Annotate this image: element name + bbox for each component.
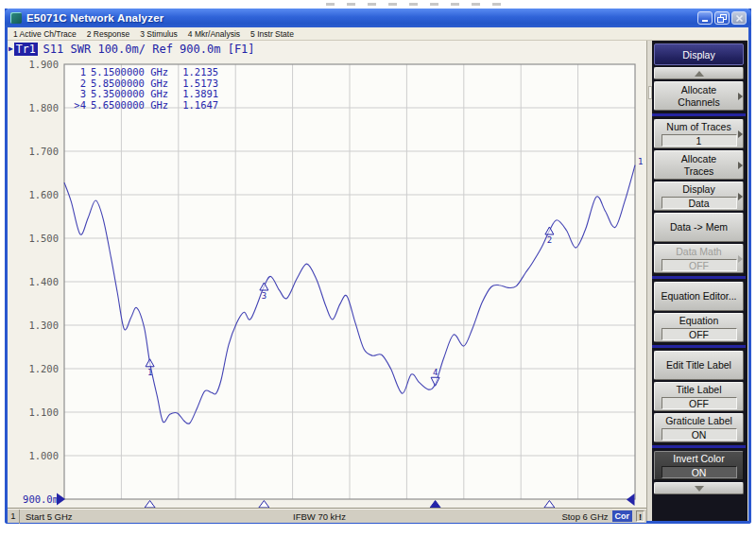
sweep-start-label: Start 5 GHz <box>26 511 73 522</box>
menu-bar: 1 Active Ch/Trace2 Response3 Stimulus4 M… <box>8 27 747 41</box>
correction-badge: Cor <box>612 510 633 522</box>
softkey-label: Display <box>682 183 714 196</box>
softkey-group-separator <box>652 113 746 116</box>
softkey-label: Num of Traces <box>666 121 730 133</box>
minimize-button[interactable] <box>697 11 713 25</box>
marker-frequency: 5.1500000 GHz <box>91 67 168 78</box>
cropped-text-artifact <box>326 3 510 6</box>
active-trace-pointer-icon: ▶ <box>9 44 13 53</box>
softkey-label: Equation <box>679 315 718 327</box>
softkey-button-allocate-traces[interactable]: Allocate Traces <box>654 150 744 180</box>
softkey-menu-title: Display <box>654 43 744 65</box>
status-bar: 1 Start 5 GHz IFBW 70 kHz Stop 6 GHz Cor… <box>8 509 646 523</box>
restore-button[interactable] <box>714 11 730 25</box>
softkey-button-graticule-label[interactable]: Graticule LabelON <box>654 413 744 442</box>
softkey-scroll-down-button[interactable] <box>654 482 744 494</box>
sweep-stop-label: Stop 6 GHz <box>561 511 608 522</box>
softkey-button-equation[interactable]: EquationOFF <box>654 313 744 342</box>
submenu-arrow-icon <box>738 193 743 200</box>
softkey-scroll-up-button[interactable] <box>654 67 744 79</box>
softkey-value-display: Data <box>662 197 737 209</box>
app-icon <box>10 12 22 24</box>
menu-item-3-stimulus[interactable]: 3 Stimulus <box>140 29 178 39</box>
channel-number-cell: 1 <box>8 510 20 524</box>
ifbw-label: IFBW 70 kHz <box>293 511 346 522</box>
minimize-icon <box>700 14 710 23</box>
softkey-button-num-of-traces[interactable]: Num of Traces1 <box>654 119 744 148</box>
softkey-button-display[interactable]: DisplayData <box>654 182 744 211</box>
trace-status-text: S11 SWR 100.0m/ Ref 900.0m [F1] <box>43 43 255 56</box>
marker-row-4: >45.6500000 GHz1.1647 <box>72 100 218 112</box>
softkey-button-data-math: Data MathOFF <box>654 244 744 273</box>
softkey-group-separator <box>652 345 746 348</box>
softkey-menu: DisplayAllocate ChannelsNum of Traces1Al… <box>652 41 747 521</box>
window-titlebar: E5071C Network Analyzer <box>5 9 751 27</box>
softkey-value-equation: OFF <box>662 328 737 340</box>
marker-frequency: 5.6500000 GHz <box>91 100 168 112</box>
softkey-label: Allocate Channels <box>678 84 719 108</box>
marker-frequency: 5.3500000 GHz <box>91 89 168 100</box>
submenu-arrow-icon <box>738 255 743 263</box>
close-button[interactable] <box>731 11 747 25</box>
softkey-label: Graticule Label <box>665 415 732 427</box>
marker-value: 1.2135 <box>182 67 218 78</box>
menu-item-1-active-ch-trace[interactable]: 1 Active Ch/Trace <box>13 29 77 39</box>
softkey-label: Title Label <box>676 384 721 396</box>
page: E5071C Network Analyzer 1 Active Ch/Trac… <box>0 0 756 536</box>
softkey-label: Equation Editor... <box>662 290 737 303</box>
softkey-button-equation-editor[interactable]: Equation Editor... <box>654 282 744 311</box>
softkey-value-invert-color: ON <box>662 466 737 478</box>
softkey-button-title-label[interactable]: Title LabelOFF <box>654 382 744 411</box>
triangle-down-icon <box>695 486 704 492</box>
softkey-button-edit-title-label[interactable]: Edit Title Label <box>654 351 744 380</box>
softkey-button-data-mem[interactable]: Data -> Mem <box>654 213 744 242</box>
close-icon <box>735 14 744 23</box>
alert-indicator: ! <box>636 510 644 522</box>
marker-number: 1 <box>72 67 86 78</box>
softkey-label: Allocate Traces <box>681 153 716 177</box>
submenu-arrow-icon <box>738 93 743 100</box>
softkey-group-separator <box>652 276 746 279</box>
menu-item-5-instr-state[interactable]: 5 Instr State <box>250 29 294 39</box>
trace-badge: Tr1 <box>14 43 38 56</box>
softkey-value-title-label: OFF <box>662 397 737 409</box>
softkey-value-num-of-traces: 1 <box>662 134 737 147</box>
instrument-screen <box>8 41 747 509</box>
submenu-arrow-icon <box>738 162 743 169</box>
softkey-label: Data Math <box>676 246 721 258</box>
softkey-label: Invert Color <box>673 453 724 465</box>
submenu-arrow-icon <box>738 130 743 138</box>
marker-row-3: 35.3500000 GHz1.3891 <box>72 89 218 100</box>
softkey-group-separator <box>652 445 746 448</box>
trace-status-line[interactable]: ▶Tr1S11 SWR 100.0m/ Ref 900.0m [F1] <box>9 43 255 55</box>
softkey-value-graticule-label: ON <box>662 428 737 441</box>
softkey-label: Data -> Mem <box>670 221 728 233</box>
softkey-label: Edit Title Label <box>666 359 731 372</box>
marker-value: 1.1647 <box>182 100 218 112</box>
softkey-button-invert-color[interactable]: Invert ColorON <box>654 451 744 480</box>
triangle-up-icon <box>695 71 704 77</box>
marker-number: >4 <box>72 100 86 112</box>
marker-table: 15.1500000 GHz1.213525.8500000 GHz1.5173… <box>72 67 218 111</box>
softkey-value-data-math: OFF <box>662 259 737 271</box>
window-title: E5071C Network Analyzer <box>26 12 163 24</box>
menu-item-4-mkr-analysis[interactable]: 4 Mkr/Analysis <box>188 29 240 39</box>
marker-row-1: 15.1500000 GHz1.2135 <box>72 67 218 78</box>
marker-value: 1.3891 <box>182 89 218 100</box>
restore-icon <box>717 14 727 23</box>
softkey-button-allocate-channels[interactable]: Allocate Channels <box>654 81 744 111</box>
marker-number: 3 <box>72 89 86 100</box>
menu-item-2-response[interactable]: 2 Response <box>87 29 129 39</box>
